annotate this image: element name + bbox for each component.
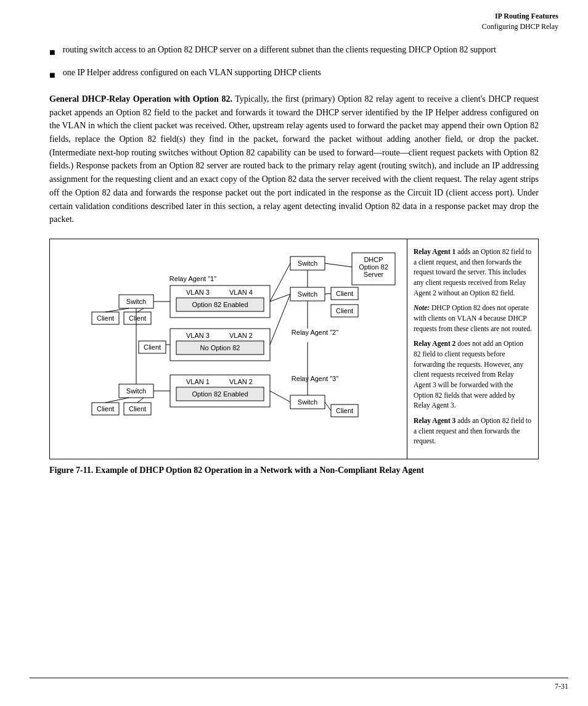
diagram-svg: DHCP Option 82 Server Switch Relay Agent… — [50, 245, 407, 449]
body-text-content: Typically, the first (primary) Option 82… — [49, 94, 539, 224]
svg-text:Client: Client — [336, 407, 353, 414]
svg-text:Client: Client — [97, 314, 114, 322]
header-title-sub: Configuring DHCP Relay — [482, 22, 558, 32]
page-container: IP Routing Features Configuring DHCP Rel… — [0, 0, 588, 706]
figure-container: DHCP Option 82 Server Switch Relay Agent… — [49, 239, 539, 459]
svg-text:Relay Agent "2": Relay Agent "2" — [292, 329, 338, 336]
svg-text:Switch: Switch — [126, 298, 146, 305]
svg-line-61 — [325, 402, 331, 411]
svg-line-54 — [105, 398, 129, 403]
relay-agent-3-label: Relay Agent 3 — [414, 417, 457, 424]
svg-text:No Option 82: No Option 82 — [200, 344, 240, 351]
bullet-icon-1: ■ — [49, 45, 55, 60]
body-bold-start: General DHCP-Relay Operation with Option… — [49, 94, 232, 104]
header-title-bold: IP Routing Features — [482, 11, 558, 22]
svg-text:Client: Client — [144, 343, 161, 351]
bullet-item-1: ■ routing switch access to an Option 82 … — [49, 43, 539, 60]
svg-text:VLAN 3: VLAN 3 — [186, 289, 210, 296]
svg-line-22 — [137, 308, 144, 312]
svg-text:Client: Client — [336, 307, 353, 314]
svg-text:Option 82 Enabled: Option 82 Enabled — [192, 301, 248, 308]
body-paragraph: General DHCP-Relay Operation with Option… — [49, 92, 539, 226]
svg-text:DHCP: DHCP — [364, 256, 383, 263]
relay-agent-2-label: Relay Agent 2 — [414, 340, 457, 347]
svg-line-28 — [325, 293, 331, 294]
svg-line-55 — [137, 398, 144, 403]
svg-text:VLAN 2: VLAN 2 — [229, 332, 253, 339]
figure-caption: Figure 7-11. Example of DHCP Option 82 O… — [49, 466, 539, 475]
diagram-right: Relay Agent 1 adds an Option 82 field to… — [407, 239, 538, 459]
svg-text:Option 82: Option 82 — [359, 263, 388, 271]
bullet-icon-2: ■ — [49, 68, 55, 83]
bullet-text-1: routing switch access to an Option 82 DH… — [63, 43, 496, 56]
diagram-left: DHCP Option 82 Server Switch Relay Agent… — [50, 239, 407, 459]
svg-text:Server: Server — [364, 271, 384, 278]
bullet-item-2: ■ one IP Helper address configured on ea… — [49, 66, 539, 83]
svg-text:Switch: Switch — [126, 387, 146, 395]
svg-line-58 — [270, 391, 290, 402]
svg-text:Client: Client — [97, 405, 114, 413]
bullet-text-2: one IP Helper address configured on each… — [63, 66, 321, 79]
main-content: ■ routing switch access to an Option 82 … — [0, 0, 588, 525]
note-desc: Note: DHCP Option 82 does not operate wi… — [414, 303, 532, 334]
relay-agent-3-desc: Relay Agent 3 adds an Option 82 field to… — [414, 416, 532, 446]
svg-line-21 — [105, 308, 129, 312]
svg-text:VLAN 4: VLAN 4 — [229, 289, 253, 296]
svg-text:VLAN 3: VLAN 3 — [186, 332, 210, 339]
svg-text:Switch: Switch — [298, 260, 317, 267]
page-header: IP Routing Features Configuring DHCP Rel… — [482, 11, 558, 32]
relay-agent-1-label: Relay Agent 1 — [414, 248, 457, 255]
bullet-list: ■ routing switch access to an Option 82 … — [49, 43, 539, 83]
page-footer: 7-31 — [30, 678, 568, 691]
svg-text:Relay Agent "1": Relay Agent "1" — [169, 275, 216, 282]
note-text: DHCP Option 82 does not operate with cli… — [414, 304, 532, 332]
svg-line-13 — [270, 263, 290, 302]
svg-line-37 — [270, 294, 290, 345]
svg-text:VLAN 1: VLAN 1 — [186, 378, 210, 385]
svg-text:Relay Agent "3": Relay Agent "3" — [292, 375, 338, 382]
svg-text:Switch: Switch — [298, 398, 317, 406]
svg-text:Client: Client — [336, 290, 353, 297]
relay-agent-1-desc: Relay Agent 1 adds an Option 82 field to… — [414, 247, 532, 298]
note-label: Note: — [414, 304, 431, 311]
svg-text:Client: Client — [129, 314, 146, 322]
page-number: 7-31 — [555, 682, 568, 691]
svg-text:Switch: Switch — [298, 290, 317, 298]
svg-text:VLAN 2: VLAN 2 — [229, 378, 253, 385]
relay-agent-2-text: does not add an Option 82 field to clien… — [414, 340, 523, 409]
svg-line-6 — [325, 263, 352, 267]
relay-agent-2-desc: Relay Agent 2 does not add an Option 82 … — [414, 339, 532, 411]
svg-text:Option 82 Enabled: Option 82 Enabled — [192, 390, 248, 398]
svg-text:Client: Client — [129, 405, 146, 413]
